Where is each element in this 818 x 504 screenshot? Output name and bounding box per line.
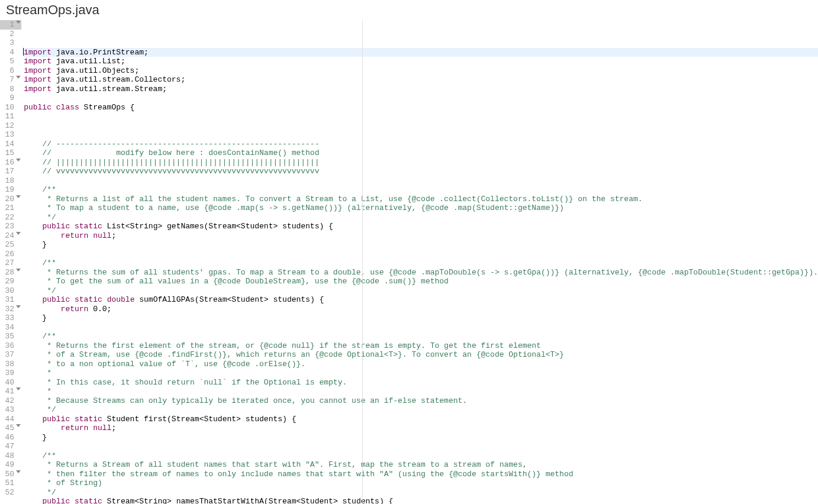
line-number[interactable]: 49 <box>0 460 21 470</box>
line-number[interactable]: 5 <box>0 57 21 66</box>
line-number[interactable]: 14 <box>0 140 21 149</box>
code-line[interactable]: * of a Stream, use {@code .findFirst()},… <box>24 350 818 360</box>
line-number[interactable]: 1 <box>0 20 21 30</box>
code-line[interactable] <box>24 176 818 186</box>
code-line[interactable]: import java.util.List; <box>24 57 818 66</box>
code-line[interactable]: return null; <box>24 231 818 241</box>
code-line[interactable]: } <box>24 433 818 442</box>
code-line[interactable]: // modify below here : doesContainName()… <box>24 148 818 158</box>
code-line[interactable]: /** <box>24 185 818 195</box>
line-number[interactable]: 41 <box>0 387 21 396</box>
code-line[interactable]: * In this case, it should return `null` … <box>24 378 818 387</box>
line-number[interactable]: 24 <box>0 231 21 241</box>
code-line[interactable]: */ <box>24 405 818 415</box>
line-number[interactable]: 38 <box>0 360 21 369</box>
line-number[interactable]: 37 <box>0 350 21 360</box>
line-number[interactable]: 42 <box>0 396 21 406</box>
code-editor[interactable]: 1234567891011121314151617181920212223242… <box>0 20 818 504</box>
line-number[interactable]: 33 <box>0 314 21 323</box>
line-number[interactable]: 15 <box>0 148 21 158</box>
code-line[interactable]: * of String) <box>24 479 818 488</box>
fold-toggle-icon[interactable] <box>16 195 21 198</box>
fold-toggle-icon[interactable] <box>16 424 21 427</box>
code-line[interactable]: * Returns a Stream of all student names … <box>24 460 818 470</box>
fold-toggle-icon[interactable] <box>16 159 21 161</box>
line-number[interactable]: 11 <box>0 112 21 121</box>
code-line[interactable]: import java.io.PrintStream; <box>24 48 818 57</box>
code-line[interactable]: public static Stream<String> namesThatSt… <box>24 497 818 504</box>
line-number[interactable]: 17 <box>0 167 21 176</box>
line-number[interactable]: 21 <box>0 203 21 213</box>
code-area[interactable]: import java.io.PrintStream;import java.u… <box>21 20 818 504</box>
code-line[interactable]: * Because Streams can only typically be … <box>24 396 818 406</box>
code-line[interactable]: } <box>24 314 818 323</box>
line-number[interactable]: 28 <box>0 268 21 277</box>
code-line[interactable]: } <box>24 240 818 250</box>
line-number[interactable]: 18 <box>0 176 21 186</box>
code-line[interactable]: * <box>24 369 818 378</box>
fold-toggle-icon[interactable] <box>16 269 21 272</box>
line-number[interactable]: 25 <box>0 240 21 250</box>
line-number[interactable]: 8 <box>0 85 21 94</box>
code-line[interactable]: import java.util.stream.Collectors; <box>24 75 818 85</box>
code-line[interactable]: * then filter the stream of names to onl… <box>24 470 818 479</box>
line-number[interactable]: 47 <box>0 442 21 451</box>
line-number[interactable]: 13 <box>0 130 21 140</box>
line-number-gutter[interactable]: 1234567891011121314151617181920212223242… <box>0 20 21 504</box>
line-number[interactable]: 31 <box>0 295 21 305</box>
code-line[interactable] <box>24 93 818 103</box>
code-line[interactable]: /** <box>24 451 818 461</box>
line-number[interactable]: 4 <box>0 48 21 57</box>
line-number[interactable]: 51 <box>0 479 21 488</box>
code-line[interactable] <box>24 442 818 451</box>
fold-toggle-icon[interactable] <box>16 470 21 473</box>
code-line[interactable]: /** <box>24 332 818 341</box>
code-line[interactable]: */ <box>24 213 818 222</box>
line-number[interactable]: 19 <box>0 185 21 195</box>
fold-toggle-icon[interactable] <box>16 232 21 235</box>
code-line[interactable]: /** <box>24 259 818 268</box>
line-number[interactable]: 7 <box>0 75 21 85</box>
line-number[interactable]: 10 <box>0 103 21 112</box>
line-number[interactable]: 39 <box>0 369 21 378</box>
code-line[interactable] <box>24 323 818 332</box>
line-number[interactable]: 32 <box>0 305 21 314</box>
line-number[interactable]: 52 <box>0 488 21 497</box>
line-number[interactable]: 9 <box>0 93 21 103</box>
code-line[interactable]: // |||||||||||||||||||||||||||||||||||||… <box>24 158 818 167</box>
code-line[interactable]: return 0.0; <box>24 305 818 314</box>
line-number[interactable]: 45 <box>0 424 21 433</box>
line-number[interactable]: 36 <box>0 341 21 351</box>
code-line[interactable]: public class StreamOps { <box>24 103 818 112</box>
code-line[interactable]: */ <box>24 488 818 497</box>
code-line[interactable] <box>24 112 818 121</box>
fold-toggle-icon[interactable] <box>16 21 21 24</box>
code-line[interactable]: import java.util.Objects; <box>24 66 818 76</box>
fold-toggle-icon[interactable] <box>16 387 21 390</box>
line-number[interactable]: 50 <box>0 470 21 479</box>
code-line[interactable] <box>24 130 818 140</box>
line-number[interactable]: 35 <box>0 332 21 341</box>
line-number[interactable]: 46 <box>0 433 21 442</box>
code-line[interactable]: * To map a student to a name, use {@code… <box>24 203 818 213</box>
line-number[interactable]: 6 <box>0 66 21 76</box>
code-line[interactable]: public static Student first(Stream<Stude… <box>24 415 818 424</box>
code-line[interactable]: import java.util.stream.Stream; <box>24 85 818 94</box>
code-line[interactable]: * Returns a list of all the student name… <box>24 195 818 204</box>
line-number[interactable]: 44 <box>0 415 21 424</box>
code-line[interactable]: return null; <box>24 424 818 433</box>
code-line[interactable]: */ <box>24 286 818 296</box>
line-number[interactable]: 3 <box>0 38 21 48</box>
line-number[interactable]: 2 <box>0 30 21 39</box>
line-number[interactable]: 27 <box>0 259 21 268</box>
code-line[interactable]: * To get the sum of all values in a {@co… <box>24 277 818 286</box>
code-line[interactable]: * to a non optional value of `T`, use {@… <box>24 360 818 369</box>
code-line[interactable]: public static List<String> getNames(Stre… <box>24 222 818 231</box>
line-number[interactable]: 29 <box>0 277 21 286</box>
line-number[interactable]: 30 <box>0 286 21 296</box>
line-number[interactable]: 16 <box>0 158 21 167</box>
code-line[interactable] <box>24 121 818 131</box>
line-number[interactable]: 40 <box>0 378 21 387</box>
code-line[interactable]: * Returns the sum of all students' gpas.… <box>24 268 818 277</box>
line-number[interactable]: 12 <box>0 121 21 131</box>
